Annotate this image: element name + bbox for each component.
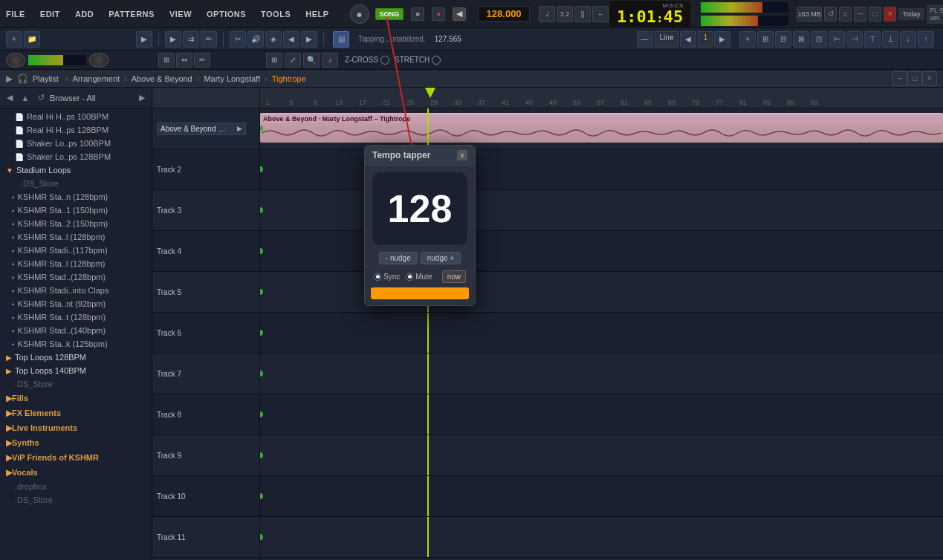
track-row-4[interactable] [260,231,943,272]
menu-help[interactable]: Help [305,10,328,19]
tl-tool2[interactable]: ⤢ [285,53,301,68]
tb-snap9[interactable]: ⊥ [882,31,898,48]
refresh-btn[interactable]: ↺ [824,7,837,22]
menu-view[interactable]: View [169,10,192,19]
sidebar-item-fx[interactable]: ▶ FX Elements [0,406,152,420]
tb-snap1[interactable]: + [739,31,756,48]
tb-arrow-btn[interactable]: ▶ [136,31,152,48]
sidebar-item-17[interactable]: ▪ KSHMR Sta..k (125bpm) [0,337,152,351]
pl-minimize-btn[interactable]: ─ [892,71,907,86]
tb-select-btn[interactable]: ▶ [165,31,181,48]
record-btn[interactable]: ● [432,7,445,21]
tap-bar[interactable] [371,287,469,299]
now-btn[interactable]: now [442,270,466,283]
menu-add[interactable]: Add [75,10,94,19]
track-row-2[interactable] [260,149,943,190]
sidebar-item-13[interactable]: ▪ KSHMR Stadi..into Claps [0,284,152,297]
maximize-btn[interactable]: □ [869,7,881,22]
menu-edit[interactable]: Edit [40,10,60,19]
track-row-7[interactable] [260,354,943,394]
track-tool2[interactable]: ⇔ [176,53,192,68]
menu-patterns[interactable]: Patterns [108,10,155,19]
pl-maximize-btn[interactable]: □ [907,71,922,86]
cpu-btn[interactable]: 163 MB [797,7,822,22]
track-tool1[interactable]: ⊞ [158,53,175,68]
tb-add-btn[interactable]: + [6,31,22,48]
tl-tool3[interactable]: 🔍 [303,53,320,68]
tb-snap5[interactable]: ⊡ [811,31,827,48]
sidebar-item-16[interactable]: ▪ KSHMR Stad..(140bpm) [0,324,152,337]
sidebar-item-0[interactable]: 📄 Real Hi H..ps 100BPM [0,110,152,123]
tb-right-btn[interactable]: ▶ [301,31,317,48]
stretch-toggle[interactable] [432,56,441,65]
track-row-11[interactable] [260,517,943,558]
tb-arr2[interactable]: ▶ [714,31,730,48]
sidebar-item-14[interactable]: ▪ KSHMR Sta..nt (92bpm) [0,297,152,310]
tb-snap8[interactable]: ⊤ [864,31,881,48]
master-volume-knob[interactable] [6,53,25,68]
tb-snap2[interactable]: ⊞ [757,31,774,48]
track-tool3[interactable]: ✏ [194,53,210,68]
sidebar-item-vocals[interactable]: ▶ Vocals [0,465,152,480]
metronome-btn[interactable]: ♩ [539,6,555,22]
menu-file[interactable]: File [6,10,25,19]
sidebar-item-dsstore2[interactable]: .DS_Store [0,377,152,391]
track-row-3[interactable] [260,190,943,231]
sidebar-item-8[interactable]: ▪ KSHMR Sta..2 (150bpm) [0,217,152,230]
track-row-10[interactable] [260,476,943,517]
tb-snap4[interactable]: ⊠ [793,31,809,48]
tb-line-mode[interactable]: Line [655,31,679,48]
modal-close-btn[interactable]: × [457,150,467,160]
sidebar-item-3[interactable]: 📄 Shaker Lo..ps 128BPM [0,150,152,163]
sidebar-up-btn[interactable]: ▲ [19,91,32,105]
track-row-8[interactable] [260,394,943,435]
sidebar-item-dropbox[interactable]: .dropbox [0,480,152,493]
sidebar-item-19[interactable]: ▶ Top Loops 140BPM [0,364,152,377]
sidebar-item-synths[interactable]: ▶ Synths [0,435,152,450]
pl-close-btn[interactable]: × [922,71,937,86]
tb-cut-btn[interactable]: ✂ [230,31,246,48]
menu-options[interactable]: Options [207,10,246,19]
audio-clip-1[interactable]: Above & Beyond · Marty Longstaff – Tight… [260,113,943,143]
playlist-headphone-btn[interactable]: 🎧 [17,74,28,84]
sidebar-item-10[interactable]: ▪ KSHMR Stadi..(117bpm) [0,244,152,257]
nudge-minus-btn[interactable]: - nudge [379,252,418,264]
sidebar-item-11[interactable]: ▪ KSHMR Sta..l (128bpm) [0,257,152,270]
sidebar-item-dsstore1[interactable]: .DS_Store [0,177,152,190]
sidebar-item-1[interactable]: 📄 Real Hi H..ps 128BPM [0,123,152,137]
sync-radio-label[interactable]: Sync [374,273,400,281]
sidebar-item-7[interactable]: ▪ KSHMR Sta..1 (150bpm) [0,204,152,217]
sidebar-item-vip[interactable]: ▶ ViP Friends of KSHMR [0,450,152,465]
sidebar-item-18[interactable]: ▶ Top Loops 128BPM [0,351,152,364]
minimize-btn[interactable]: ─ [854,7,866,22]
sidebar-item-fills[interactable]: ▶ Fills [0,391,152,406]
sidebar-refresh-btn[interactable]: ↺ [34,91,48,105]
tb-snap6[interactable]: ⊢ [829,31,845,48]
tb-snap7[interactable]: ⊣ [846,31,863,48]
bpm-display[interactable]: 128.000 [478,6,530,22]
sidebar-item-6[interactable]: ▪ KSHMR Sta..n (128bpm) [0,190,152,204]
sidebar-arrow-btn[interactable]: ▶ [135,91,149,105]
tb-line-btn[interactable]: — [637,31,653,48]
playlist-nav-btn[interactable]: ▶ [6,74,13,84]
transport-5[interactable]: ↔ [592,6,609,22]
sidebar-item-dsstore-bottom[interactable]: .DS_Store [0,493,152,507]
sidebar-item-15[interactable]: ▪ KSHMR Sta..t (128bpm) [0,310,152,324]
tb-detuner-btn[interactable]: ⇉ [183,31,199,48]
transport-3[interactable]: 3 2 [557,6,573,22]
sidebar-item-2[interactable]: 📄 Shaker Lo..ps 100BPM [0,137,152,150]
menu-arrow-btn[interactable]: ◀ [453,7,466,21]
track-row-5[interactable] [260,272,943,313]
close-btn[interactable]: × [884,7,896,22]
tb-arr1[interactable]: ◀ [680,31,696,48]
tb-playlist-btn[interactable]: ▤ [333,31,349,48]
circular-menu-btn[interactable]: ● [350,4,369,24]
sidebar-item-4[interactable]: ▼ Stadium Loops [0,163,152,177]
pitch-knob[interactable] [89,53,108,68]
tb-pencil-btn[interactable]: ✏ [201,31,217,48]
sidebar-item-12[interactable]: ▪ KSHMR Stad..(128bpm) [0,270,152,284]
song-mode-btn[interactable]: SONG [375,8,404,20]
tb-snap11[interactable]: ↑ [918,31,934,48]
mute-radio-label[interactable]: Mute [406,273,432,281]
menu-tools[interactable]: Tools [261,10,291,19]
